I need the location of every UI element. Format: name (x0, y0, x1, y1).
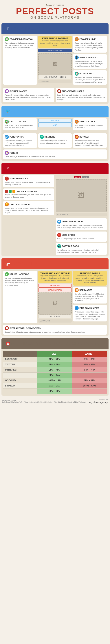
gp-compose-area: TAG BRANDS AND PEOPLE Tag brands and peo… (38, 271, 72, 323)
gp-comment-bar[interactable]: COMMENTS (38, 319, 72, 322)
status-update-bar[interactable]: STATUS UPDATE (38, 49, 72, 52)
clock-icon: ⏰ (74, 72, 79, 76)
pin-like-button[interactable]: LIKE (82, 176, 89, 178)
tip-mobile-friendly: 📱 MOBILE FRIENDLY Use simple imagery tha… (73, 54, 107, 69)
tip-faces-text: Images with no human faces get shared 23… (5, 181, 53, 186)
community-icon: 👥 (74, 306, 79, 310)
tip-images-title: 🖼 INCLUDE IMAGES (5, 89, 53, 93)
twitter-header: 🐦 TWITTER (2, 106, 108, 117)
tip-lots-of-red: 🔴 LOTS OF RED Red or orange images get 2… (56, 232, 107, 242)
tip-provide-information-title: 📋 PROVIDE INFORMATION (5, 37, 36, 41)
tip-interact-title: 💬 INTERACT WITH COMMENTERS (5, 326, 105, 330)
gp-tag-box: TAG BRANDS AND PEOPLE Tag brands and peo… (38, 271, 72, 283)
red-icon: 🔴 (57, 233, 61, 237)
tip-use-images-title: 🖼 USE IMAGES (74, 288, 105, 292)
timing-row: PINTEREST2PM – 4PM5PM – 7PM (3, 367, 107, 372)
tip-cta-title: 📢 CALL TO ACTION (5, 120, 36, 124)
pinterest-header: P PINTEREST (2, 163, 108, 174)
tip-interact-text: Google+ doesn't have the same active use… (5, 331, 105, 333)
timing-title: OPTIMUM TIMING FOR SOCIAL POSTS (14, 341, 100, 346)
twitter-icon: 🐦 (4, 108, 12, 115)
footer-sources: SOURCES FROM Salesforce | MarketingProfs… (2, 399, 86, 403)
gp-right-tips: TRENDING TOPICS Get involved with the 'H… (73, 271, 107, 323)
tip-light-and-colour: 💡 LIGHT AND COLOUR Images with 50% colou… (3, 201, 54, 216)
tip-images-text: Posts with images get the highest amount… (5, 94, 53, 101)
tip-shorten-urls: ✂️ SHORTEN URLS Bit.ly is rated most ret… (73, 118, 107, 130)
gp-status-field[interactable]: STATUS UPDATE (38, 288, 72, 292)
tip-provide-information: 📋 PROVIDE INFORMATION The most appreciat… (3, 36, 37, 85)
tip-cta-text: Give a clear CTA so your readers know wh… (5, 124, 36, 129)
facebook-image-placeholder: 🖼 (38, 53, 72, 75)
clipboard-icon: 📋 (5, 37, 9, 41)
tip-find-communities: 👥 FIND COMMUNITIES Find relevant communi… (73, 304, 107, 322)
tip-retweet-text: Retweet relevant content for your audien… (74, 140, 105, 146)
tip-include-images: 🖼 INCLUDE IMAGES Posts with images get t… (3, 88, 54, 102)
gp-title: GOOGLE+ (14, 261, 41, 267)
tip-engage-title: 💬 ENGAGE WITH USERS (57, 89, 105, 93)
color-swatches (5, 190, 16, 193)
tip-bg-text: Use a compelling background that doesn't… (57, 224, 105, 229)
megaphone-icon: 📢 (5, 120, 9, 124)
gp-hashtag-field[interactable]: #HASHTAG (38, 284, 72, 288)
facebook-header: f FACEBOOK (2, 23, 108, 34)
page-footer: SOURCES FROM Salesforce | MarketingProfs… (0, 398, 110, 405)
timing-best-cell: 9AM – 11AM (38, 378, 72, 383)
tip-light-title: 💡 LIGHT AND COLOUR (5, 202, 53, 206)
tip-mentions: @ MENTIONS Use mentions to prompt audien… (38, 133, 72, 148)
twitter-link-field[interactable]: LINK (38, 123, 72, 127)
pinterest-section: P PINTEREST 🚫 NO HUMAN FACES Images with… (2, 163, 108, 256)
timing-best-cell: 8PM – 1AM (38, 372, 72, 378)
keep-things-positive-title: KEEP THINGS POSITIVE (40, 37, 70, 40)
tip-faces-title: 🚫 NO HUMAN FACES (5, 176, 53, 180)
timing-worst-cell: 8PM – 8AM (72, 356, 107, 362)
tip-call-to-action: 📢 CALL TO ACTION Give a clear CTA so you… (3, 118, 37, 130)
timing-header: ⏰ OPTIMUM TIMING FOR SOCIAL POSTS (2, 338, 108, 349)
tip-format: 📝 FORMAT Use questions, facts and quotes… (3, 150, 107, 160)
image-icon: 🖼 (5, 89, 9, 93)
gp-tag-text: Tag brands and people. When someone is t… (40, 275, 70, 282)
timing-table: BEST WORST FACEBOOK1PM – 4PM8PM – 8AMTWI… (3, 351, 107, 394)
facebook-section: f FACEBOOK 📋 PROVIDE INFORMATION The mos… (2, 23, 108, 104)
link-icon: 🔗 (74, 37, 79, 41)
timing-platform-cell (3, 372, 38, 378)
twitter-message-field[interactable]: MESSAGE (38, 119, 72, 122)
timing-table-container: BEST WORST FACEBOOK1PM – 4PM8PM – 8AMTWI… (2, 349, 108, 396)
at-icon: @ (40, 135, 44, 139)
twitter-section: 🐦 TWITTER 📢 CALL TO ACTION Give a clear … (2, 106, 108, 161)
tip-hashtags-text: Increase your page's reach by adding rel… (5, 277, 36, 286)
timing-row: GOOGLE+9AM – 11AM6PM – 8AM (3, 378, 107, 383)
timing-platform-cell (3, 388, 38, 394)
pin-it-button[interactable]: PIN IT (74, 176, 82, 178)
scissors-icon: ✂️ (74, 120, 79, 124)
tip-punctuation: Aa PUNCTUATION Don't sacrifice grammar j… (3, 133, 37, 148)
col-header-platform (3, 351, 38, 356)
tip-available-text: Post when the audience is listening not … (74, 76, 105, 83)
keep-things-positive-box: KEEP THINGS POSITIVE Positively brands e… (38, 36, 72, 48)
tip-available-title: ⏰ BE AVAILABLE (74, 72, 105, 76)
pinterest-left: 🚫 NO HUMAN FACES Images with no human fa… (3, 175, 54, 255)
tip-mobile-title: 📱 MOBILE FRIENDLY (74, 56, 105, 60)
header-title: PERFECT POSTS (2, 7, 108, 16)
comment-bar[interactable]: COMMENT (38, 80, 72, 83)
tip-format-title: 📝 FORMAT (5, 151, 105, 155)
col-header-best: BEST (38, 351, 72, 356)
twitter-compose-area: MESSAGE LINK (38, 118, 72, 130)
timing-best-cell: 1PM – 4PM (38, 356, 72, 362)
tip-mentions-text: Use mentions to prompt audiences to enga… (40, 140, 70, 144)
tip-shorten-title: ✂️ SHORTEN URLS (74, 120, 105, 124)
gp-trending-title: TRENDING TOPICS (74, 272, 105, 275)
pinterest-comment-bar[interactable]: COMMENTS (56, 213, 107, 216)
facebook-status-area: KEEP THINGS POSITIVE Positively brands e… (38, 36, 72, 85)
timing-row: LINKEDIN7AM – 9AM10PM – 6AM (3, 383, 107, 388)
timing-row: 5PM – 6PM (3, 388, 107, 394)
tip-mobile-text: Use simple imagery that will be easily s… (74, 60, 105, 67)
timing-row: 8PM – 1AM (3, 372, 107, 378)
page-header: How to create PERFECT POSTS ON SOCIAL PL… (0, 0, 110, 22)
header-sub: ON SOCIAL PLATFORMS (2, 16, 108, 20)
tip-utilise-hashtags: # UTILISE HASHTAGS Increase your page's … (3, 271, 37, 323)
footer-design: DESIGN BY mycleveragency (89, 399, 108, 404)
bg-icon: 🏔 (57, 220, 61, 224)
tip-engage-users: 💬 ENGAGE WITH USERS Posts don't just gra… (56, 88, 107, 102)
tip-retweet-title: 🔁 RETWEET (74, 135, 105, 139)
tip-communities-title: 👥 FIND COMMUNITIES (74, 306, 105, 310)
